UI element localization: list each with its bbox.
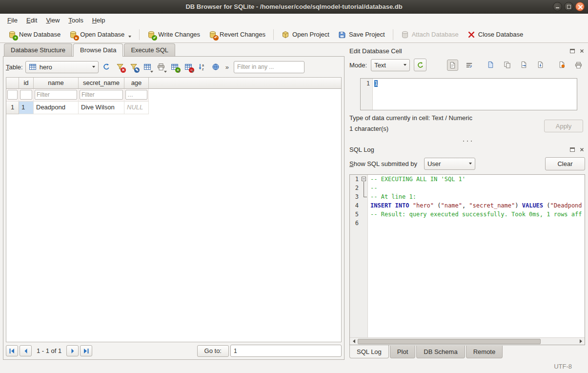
word-wrap-button[interactable] xyxy=(464,60,475,71)
filter-options-button[interactable]: ✎ xyxy=(128,62,140,73)
grid-empty-area[interactable] xyxy=(6,114,341,342)
horizontal-scrollbar[interactable] xyxy=(350,337,585,345)
close-dock-button[interactable] xyxy=(578,146,585,153)
minimize-button[interactable] xyxy=(553,2,562,11)
save-cell-button[interactable] xyxy=(535,60,546,71)
scroll-right-button[interactable] xyxy=(577,338,585,345)
tab-execute-sql[interactable]: Execute SQL xyxy=(124,43,175,56)
tab-browse-data[interactable]: Browse Data xyxy=(73,43,123,57)
find-in-table-button[interactable] xyxy=(210,62,222,73)
revert-changes-button[interactable]: ↶ Revert Changes xyxy=(204,28,270,41)
clear-log-button[interactable]: Clear xyxy=(545,157,585,170)
delete-record-dropdown-icon[interactable] xyxy=(191,71,194,73)
row-number-cell[interactable]: 1 xyxy=(6,102,19,114)
tab-remote[interactable]: Remote xyxy=(466,346,503,358)
close-database-button[interactable]: Close Database xyxy=(463,28,528,41)
new-record-button[interactable]: + xyxy=(169,62,181,73)
export-dropdown-icon[interactable] xyxy=(150,71,153,73)
close-window-button[interactable] xyxy=(575,2,585,11)
next-page-button[interactable] xyxy=(66,345,79,356)
set-null-button[interactable] xyxy=(556,60,568,71)
last-page-button[interactable] xyxy=(80,345,92,356)
set-null-icon xyxy=(558,61,566,69)
editor-content-area[interactable]: 1 xyxy=(373,79,379,110)
print-dropdown-icon[interactable] xyxy=(164,71,167,73)
tab-plot[interactable]: Plot xyxy=(390,346,415,358)
import-cell-button[interactable] xyxy=(485,60,496,71)
save-project-button[interactable]: Save Project xyxy=(334,28,389,41)
clear-filters-button[interactable]: ✕ xyxy=(115,62,126,73)
scrollbar-thumb[interactable] xyxy=(358,339,541,344)
new-record-dropdown-icon[interactable] xyxy=(178,71,181,73)
bottom-tabbar: SQL Log Plot DB Schema Remote xyxy=(349,345,585,360)
first-page-button[interactable] xyxy=(6,345,18,356)
table-combobox[interactable]: hero xyxy=(25,61,99,73)
filter-any-column-input[interactable] xyxy=(234,61,304,73)
sql-log-line: 6 xyxy=(350,219,585,228)
print-button[interactable] xyxy=(156,62,167,73)
editor-line-number: 1 xyxy=(361,79,373,110)
menu-tools[interactable]: Tools xyxy=(64,15,87,26)
revert-changes-icon: ↶ xyxy=(209,31,217,39)
refresh-icon xyxy=(102,63,110,71)
apply-format-button[interactable] xyxy=(414,59,426,71)
column-header-id[interactable]: id xyxy=(19,78,34,89)
scroll-left-button[interactable] xyxy=(350,338,358,345)
filter-secret-name-input[interactable] xyxy=(80,90,123,100)
sort-ascending-button[interactable]: az xyxy=(197,62,208,73)
delete-record-button[interactable]: − xyxy=(183,62,194,73)
text-view-button[interactable] xyxy=(447,60,458,71)
menu-file[interactable]: File xyxy=(3,15,22,26)
menu-edit[interactable]: Edit xyxy=(22,15,41,26)
apply-button[interactable]: Apply xyxy=(544,120,583,132)
write-changes-icon: ✔ xyxy=(147,31,155,39)
print-cell-button[interactable] xyxy=(573,60,584,71)
cell-secret-name[interactable]: Dive Wilson xyxy=(79,102,124,114)
float-dock-button[interactable] xyxy=(569,48,576,54)
tab-db-schema[interactable]: DB Schema xyxy=(416,346,465,358)
save-icon xyxy=(537,61,545,69)
cell-editor[interactable]: 1 1 xyxy=(360,78,577,110)
close-dock-button[interactable] xyxy=(578,48,585,54)
row-range-label: 1 - 1 of 1 xyxy=(33,347,65,354)
mode-combobox[interactable]: Text xyxy=(371,59,410,71)
float-dock-button[interactable] xyxy=(569,146,576,153)
copy-cell-button[interactable] xyxy=(502,60,513,71)
write-changes-button[interactable]: ✔ Write Changes xyxy=(143,28,204,41)
fold-collapse-icon[interactable] xyxy=(362,177,366,181)
goto-row-input[interactable] xyxy=(230,345,342,357)
menu-view[interactable]: View xyxy=(41,15,64,26)
filter-id2-input[interactable] xyxy=(20,90,32,100)
toolbar-overflow-icon[interactable]: » xyxy=(224,63,230,71)
open-database-button[interactable]: ▸ Open Database xyxy=(65,28,136,41)
attach-database-button[interactable]: Attach Database xyxy=(397,28,463,41)
sql-log-area[interactable]: 1-- EXECUTING ALL IN 'SQL 1'2--3-- At li… xyxy=(349,174,585,345)
new-database-button[interactable]: + New Database xyxy=(4,28,65,41)
maximize-button[interactable] xyxy=(564,2,573,11)
corner-header-cell[interactable] xyxy=(6,78,19,89)
column-header-name[interactable]: name xyxy=(34,78,79,89)
app-window: DB Browser for SQLite - /home/user/code/… xyxy=(0,0,588,373)
tab-sql-log[interactable]: SQL Log xyxy=(349,345,389,358)
dock-splitter-handle[interactable] xyxy=(349,139,585,144)
refresh-button[interactable] xyxy=(101,62,112,73)
filter-name-input[interactable] xyxy=(35,90,77,100)
export-cell-button[interactable] xyxy=(518,60,529,71)
cell-name[interactable]: Deadpond xyxy=(34,102,79,114)
previous-page-button[interactable] xyxy=(20,345,32,356)
column-header-secret-name[interactable]: secret_name xyxy=(79,78,124,89)
goto-button[interactable]: Go to: xyxy=(197,345,229,357)
sql-log-line: 3-- At line 1: xyxy=(350,192,585,201)
cell-id[interactable]: 1 xyxy=(19,102,34,114)
export-table-button[interactable] xyxy=(142,62,153,73)
open-project-button[interactable]: Open Project xyxy=(277,28,334,41)
titlebar[interactable]: DB Browser for SQLite - /home/user/code/… xyxy=(0,0,588,14)
menu-help[interactable]: Help xyxy=(88,15,110,26)
tab-database-structure[interactable]: Database Structure xyxy=(4,43,72,56)
column-header-age[interactable]: age xyxy=(124,78,149,89)
filter-id-input[interactable] xyxy=(7,90,18,100)
filter-age-input[interactable] xyxy=(125,90,147,100)
cell-age[interactable]: NULL xyxy=(124,102,149,114)
open-database-dropdown-icon[interactable] xyxy=(128,36,131,38)
submitted-by-combobox[interactable]: User xyxy=(424,158,475,170)
